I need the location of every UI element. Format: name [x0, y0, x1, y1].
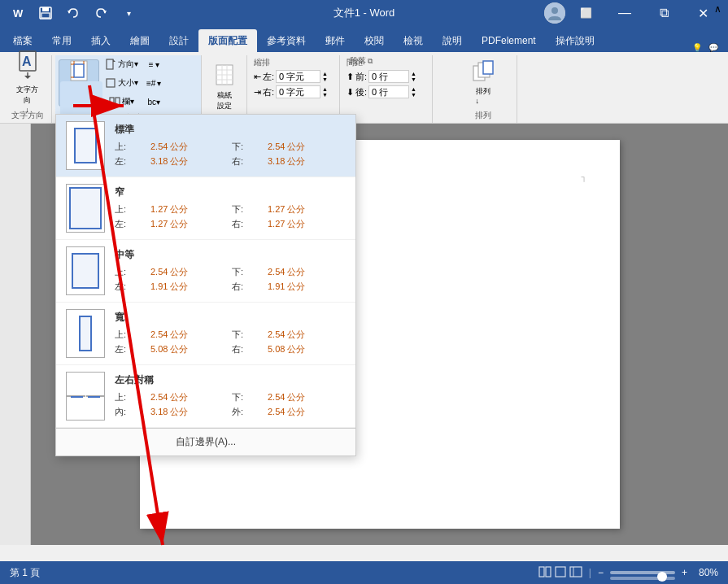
svg-rect-32 [483, 61, 493, 74]
margin-mirrored-item[interactable]: 左右對稱 上:2.54 公分 下:2.54 公分 內:3.18 公分 外:2.5… [56, 365, 355, 428]
margin-mirrored-info: 左右對稱 上:2.54 公分 下:2.54 公分 內:3.18 公分 外:2.5… [115, 373, 346, 419]
paragraph-expand-icon[interactable]: ⧉ [368, 57, 373, 66]
zoom-slider[interactable] [610, 571, 675, 574]
svg-rect-33 [539, 567, 544, 577]
margins-button[interactable]: 邊界↓ [59, 59, 99, 107]
status-bar: 第 1 頁 | − + 80% [0, 561, 728, 584]
draft-paper-button[interactable]: 稿紙設定 [209, 64, 240, 111]
zoom-level[interactable]: 80% [694, 567, 718, 578]
spacing-after-spinner[interactable]: ▲ ▼ [411, 86, 416, 98]
margin-mirrored-title: 左右對稱 [115, 373, 346, 387]
margins-label: 邊界↓ [72, 88, 86, 107]
arrange-group-label: 排列 [456, 108, 510, 123]
ribbon-toolbar: A 文字方向↓ 文字方向 [0, 52, 728, 124]
redo-button[interactable] [89, 2, 112, 24]
status-right: | − + 80% [538, 566, 718, 580]
arrange-button[interactable]: 排列↓ [467, 59, 499, 106]
text-direction-button[interactable]: A 文字方向↓ [10, 59, 45, 106]
svg-point-8 [551, 7, 558, 14]
customize-qat-button[interactable]: ▾ [117, 2, 140, 24]
save-button[interactable] [34, 2, 57, 24]
margin-standard-item[interactable]: 標準 上:2.54 公分 下:2.54 公分 左:3.18 公分 右:3.18 … [56, 115, 355, 177]
ribbon-group-draft: 稿紙設定 [205, 55, 247, 123]
margin-narrow-title: 窄 [115, 185, 346, 199]
indent-right-input[interactable] [276, 85, 320, 98]
indent-right-icon: ⇥ [254, 87, 261, 98]
zoom-thumb[interactable] [657, 572, 667, 582]
breaks-button[interactable]: ≡ ▾ [143, 55, 164, 73]
line-numbers-button[interactable]: ≡#▾ [143, 74, 164, 92]
read-view-button[interactable] [538, 566, 551, 580]
tab-pdfelement[interactable]: PDFelement [472, 29, 546, 52]
text-direction-icon: A [16, 50, 39, 83]
undo-button[interactable] [62, 2, 85, 24]
indent-left-label: 左: [263, 71, 274, 83]
help-icon[interactable]: 💡 [689, 43, 705, 52]
zoom-out-button[interactable]: − [598, 567, 604, 578]
word-icon: W [7, 2, 29, 24]
margin-wide-item[interactable]: 寬 上:2.54 公分 下:2.54 公分 左:5.08 公分 右:5.08 公… [56, 303, 355, 365]
margin-moderate-item[interactable]: 中等 上:2.54 公分 下:2.54 公分 左:1.91 公分 右:1.91 … [56, 240, 355, 303]
tab-mailings[interactable]: 郵件 [316, 29, 355, 52]
title-bar-left: W ▾ [7, 2, 140, 24]
indent-left-spinner[interactable]: ▲ ▼ [322, 71, 328, 82]
margin-moderate-title: 中等 [115, 248, 346, 262]
paragraph-section: 段落 ⧉ [350, 55, 373, 67]
margin-standard-info: 標準 上:2.54 公分 下:2.54 公分 左:3.18 公分 右:3.18 … [115, 123, 346, 168]
title-bar: W ▾ 文件1 - Word ⬜ — ⧉ ✕ [0, 0, 728, 26]
svg-rect-3 [42, 7, 49, 11]
web-layout-button[interactable] [569, 566, 582, 580]
columns-button[interactable]: 欄▾ [101, 93, 142, 111]
svg-rect-36 [570, 567, 582, 577]
minimize-button[interactable]: — [606, 0, 643, 26]
user-avatar[interactable] [544, 2, 565, 24]
tab-home[interactable]: 常用 [42, 29, 81, 52]
spacing-before-spinner[interactable]: ▲ ▼ [411, 71, 416, 82]
spacing-group-label [347, 98, 425, 102]
collapse-ribbon-button[interactable]: ∧ [714, 3, 721, 15]
margin-narrow-details: 上:1.27 公分 下:1.27 公分 左:1.27 公分 右:1.27 公分 [115, 203, 346, 231]
tab-draw[interactable]: 繪圖 [120, 29, 159, 52]
tab-review[interactable]: 校閱 [355, 29, 394, 52]
columns-label: 欄▾ [122, 96, 134, 107]
chat-icon[interactable]: 💬 [705, 43, 721, 52]
margin-narrow-info: 窄 上:1.27 公分 下:1.27 公分 左:1.27 公分 右:1.27 公… [115, 185, 346, 231]
tab-tips[interactable]: 操作說明 [546, 29, 604, 52]
margin-mirrored-preview [66, 372, 105, 421]
svg-rect-4 [41, 13, 50, 18]
indent-left-input[interactable] [276, 70, 320, 83]
indent-right-spinner[interactable]: ▲ ▼ [322, 86, 328, 98]
margin-standard-preview [66, 121, 105, 170]
custom-margins-button[interactable]: 自訂邊界(A)... [56, 428, 355, 455]
svg-text:A: A [22, 54, 32, 68]
tab-view[interactable]: 檢視 [394, 29, 433, 52]
zoom-in-button[interactable]: + [682, 567, 687, 578]
print-layout-button[interactable] [555, 566, 566, 580]
zoom-divider: | [589, 567, 591, 578]
orientation-label: 方向▾ [118, 59, 138, 70]
tab-help[interactable]: 說明 [433, 29, 472, 52]
spacing-before-input[interactable] [368, 70, 409, 83]
text-direction-group-label: 文字方向 [10, 108, 45, 123]
indent-right-label: 右: [263, 86, 274, 98]
breaks-icon: ≡ [149, 60, 154, 69]
margin-narrow-preview [66, 184, 105, 233]
tab-design[interactable]: 設計 [159, 29, 198, 52]
indent-left-icon: ⇤ [254, 72, 261, 82]
margin-narrow-item[interactable]: 窄 上:1.27 公分 下:1.27 公分 左:1.27 公分 右:1.27 公… [56, 177, 355, 240]
tab-layout[interactable]: 版面配置 [198, 29, 257, 52]
tab-references[interactable]: 參考資料 [257, 29, 316, 52]
spacing-after-input[interactable] [368, 85, 409, 98]
tab-file[interactable]: 檔案 [3, 29, 42, 52]
view-buttons [538, 566, 582, 580]
ribbon-display-button[interactable]: ⬜ [567, 0, 604, 26]
restore-button[interactable]: ⧉ [645, 0, 682, 26]
svg-marker-20 [113, 59, 116, 62]
hyphenation-button[interactable]: bc▾ [143, 93, 164, 111]
svg-rect-22 [110, 98, 114, 106]
size-button[interactable]: 大小▾ [101, 74, 142, 92]
orientation-button[interactable]: 方向▾ [101, 55, 142, 73]
tab-insert[interactable]: 插入 [81, 29, 120, 52]
svg-rect-23 [116, 98, 120, 106]
draft-paper-icon [214, 63, 235, 89]
